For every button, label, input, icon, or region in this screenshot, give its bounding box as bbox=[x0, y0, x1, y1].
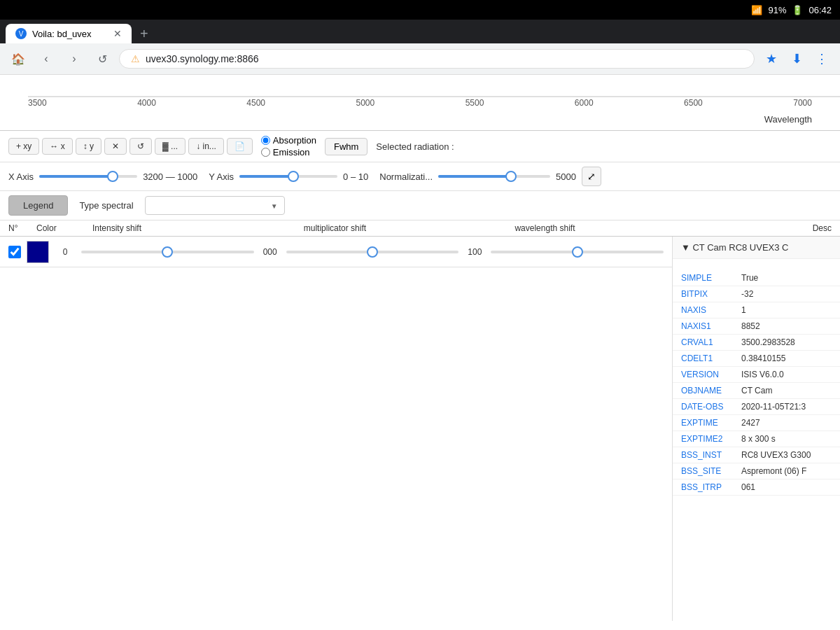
normalization-group: Normalizati... 5000 ⤢ bbox=[379, 167, 601, 186]
norm-slider-fill bbox=[438, 175, 511, 178]
xy-button[interactable]: + xy bbox=[8, 138, 39, 155]
reset-button[interactable]: ✕ bbox=[104, 138, 127, 155]
back-button[interactable]: ‹ bbox=[35, 48, 57, 70]
fits-key-crval1: CRVAL1 bbox=[681, 337, 737, 347]
multiplicator-shift-container: 000 bbox=[260, 245, 459, 259]
x-button[interactable]: ↔ x bbox=[42, 138, 72, 155]
norm-label: Normalizati... bbox=[379, 172, 433, 182]
download-button[interactable]: ⬇ bbox=[785, 48, 808, 70]
tab-close-button[interactable]: ✕ bbox=[113, 28, 122, 39]
chart-border-line bbox=[28, 96, 840, 97]
right-panel: ▼ CT Cam RC8 UVEX3 C SIMPLE True BITPIX … bbox=[672, 237, 840, 621]
fits-row-version: VERSION ISIS V6.0.0 bbox=[673, 367, 840, 383]
file-button[interactable]: 📄 bbox=[227, 138, 253, 155]
import-button[interactable]: ↓ in... bbox=[188, 138, 224, 155]
norm-slider-container[interactable] bbox=[438, 169, 550, 183]
absorption-radio[interactable] bbox=[261, 136, 270, 145]
y-button[interactable]: ↕ y bbox=[76, 138, 102, 155]
fits-key-cdelt1: CDELT1 bbox=[681, 354, 737, 363]
fits-value-dateobs: 2020-11-05T21:3 bbox=[741, 402, 806, 412]
th-intensity: Intensity shift bbox=[92, 223, 304, 233]
fits-row-exptime2: EXPTIME2 8 x 300 s bbox=[673, 431, 840, 447]
right-panel-header[interactable]: ▼ CT Cam RC8 UVEX3 C bbox=[673, 237, 840, 259]
th-wavelength: wavelength shift bbox=[514, 223, 726, 233]
axis-label-5000: 5000 bbox=[356, 98, 375, 108]
fits-value-naxis: 1 bbox=[741, 305, 746, 315]
tab-bar: V Voila: bd_uvex ✕ + bbox=[6, 24, 834, 43]
bookmark-button[interactable]: ★ bbox=[760, 48, 783, 70]
y-axis-slider-thumb[interactable] bbox=[288, 171, 299, 182]
url-text: uvex30.synology.me:8866 bbox=[146, 53, 259, 64]
wavelength-label: Wavelength bbox=[764, 114, 812, 125]
norm-slider-track bbox=[438, 175, 550, 178]
intensity-value: 0 bbox=[55, 247, 76, 257]
fits-value-bss-itrp: 061 bbox=[741, 482, 755, 492]
fits-row-simple: SIMPLE True bbox=[673, 270, 840, 286]
left-spectrum: 0 000 bbox=[0, 237, 672, 621]
empty-spectrum-area bbox=[0, 267, 672, 621]
absorption-label: Absorption bbox=[273, 135, 316, 146]
chart-type-button[interactable]: ▓ ... bbox=[155, 138, 186, 155]
type-spectral-select[interactable] bbox=[145, 196, 285, 215]
refresh-chart-button[interactable]: ↺ bbox=[130, 138, 152, 155]
x-axis-slider-thumb[interactable] bbox=[107, 171, 118, 182]
fits-key-exptime: EXPTIME bbox=[681, 418, 737, 428]
axis-label-7000: 7000 bbox=[793, 98, 812, 108]
fwhm-button[interactable]: Fwhm bbox=[325, 138, 368, 155]
wavelength-slider-track bbox=[491, 251, 664, 253]
y-axis-slider-track bbox=[239, 175, 337, 178]
norm-slider-thumb[interactable] bbox=[505, 171, 517, 182]
fits-key-version: VERSION bbox=[681, 370, 737, 379]
fits-key-objname: OBJNAME bbox=[681, 386, 737, 396]
multiplicator-value: 000 bbox=[260, 247, 281, 257]
expand-button[interactable]: ⤢ bbox=[582, 167, 601, 186]
intensity-slider[interactable] bbox=[81, 245, 254, 259]
content-area: 0 000 bbox=[0, 237, 840, 621]
home-button[interactable]: 🏠 bbox=[7, 48, 29, 70]
multiplicator-slider-thumb[interactable] bbox=[367, 246, 378, 258]
x-axis-slider-fill bbox=[39, 175, 113, 178]
main-content: 3500 4000 4500 5000 5500 6000 6500 7000 … bbox=[0, 75, 840, 622]
battery-icon: 🔋 bbox=[792, 5, 803, 15]
active-tab[interactable]: V Voila: bd_uvex ✕ bbox=[6, 24, 132, 43]
wavelength-slider-thumb[interactable] bbox=[572, 246, 583, 258]
wavelength-value: 100 bbox=[464, 247, 485, 257]
emission-radio[interactable] bbox=[261, 148, 270, 157]
warning-icon: ⚠ bbox=[131, 53, 140, 64]
axis-labels: 3500 4000 4500 5000 5500 6000 6500 7000 bbox=[28, 80, 812, 125]
refresh-button[interactable]: ↺ bbox=[91, 48, 113, 70]
y-axis-slider-container[interactable] bbox=[239, 169, 337, 183]
x-axis-slider-container[interactable] bbox=[39, 169, 137, 183]
absorption-radio-label[interactable]: Absorption bbox=[261, 135, 316, 146]
intensity-slider-thumb[interactable] bbox=[162, 246, 173, 258]
multiplicator-slider[interactable] bbox=[286, 245, 459, 259]
tab-favicon: V bbox=[15, 28, 27, 39]
emission-radio-label[interactable]: Emission bbox=[261, 147, 316, 158]
fits-value-exptime2: 8 x 300 s bbox=[741, 434, 776, 444]
legend-button[interactable]: Legend bbox=[8, 195, 68, 216]
axis-label-4000: 4000 bbox=[137, 98, 156, 108]
table-header: N° Color Intensity shift multiplicator s… bbox=[0, 220, 840, 237]
fits-row-objname: OBJNAME CT Cam bbox=[673, 383, 840, 399]
address-bar[interactable]: ⚠ uvex30.synology.me:8866 bbox=[119, 49, 755, 69]
emission-label: Emission bbox=[273, 147, 310, 158]
nav-actions: ★ ⬇ ⋮ bbox=[760, 48, 833, 70]
x-axis-label: X Axis bbox=[8, 172, 34, 182]
fits-value-naxis1: 8852 bbox=[741, 321, 760, 331]
type-spectral-select-wrapper[interactable] bbox=[145, 196, 285, 215]
wavelength-slider[interactable] bbox=[491, 245, 664, 259]
spectrum-checkbox[interactable] bbox=[8, 246, 21, 258]
new-tab-button[interactable]: + bbox=[133, 24, 155, 43]
fits-row-bss-site: BSS_SITE Aspremont (06) F bbox=[673, 463, 840, 479]
color-swatch[interactable] bbox=[27, 241, 49, 263]
forward-button[interactable]: › bbox=[63, 48, 85, 70]
x-axis-group: X Axis 3200 — 1000 bbox=[8, 169, 197, 183]
axis-label-4500: 4500 bbox=[246, 98, 265, 108]
browser-chrome: V Voila: bd_uvex ✕ + bbox=[0, 20, 840, 43]
menu-button[interactable]: ⋮ bbox=[811, 48, 833, 70]
fits-key-bss-site: BSS_SITE bbox=[681, 466, 737, 476]
th-n: N° bbox=[8, 223, 36, 233]
fits-key-naxis1: NAXIS1 bbox=[681, 321, 737, 331]
th-color: Color bbox=[36, 223, 92, 233]
axis-controls: X Axis 3200 — 1000 Y Axis 0 – 10 Normali… bbox=[0, 162, 840, 191]
